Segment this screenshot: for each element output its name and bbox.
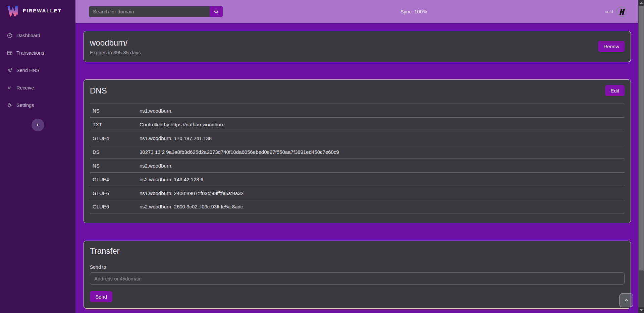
dns-record-type: GLUE6 [93,204,140,209]
receive-arrow-icon [7,85,13,91]
dns-title: DNS [90,86,107,96]
transfer-title: Transfer [90,246,119,256]
dns-record-row: GLUE4 ns1.woodburn. 170.187.241.138 [90,131,625,145]
domain-name: woodburn/ [90,38,141,48]
transfer-form: Send to Send [84,264,631,308]
sidebar-nav: Dashboard Transactions Send HNS Rece [0,27,75,114]
dns-record-value: ns1.woodburn. 2400:8907::f03c:93ff:fe5a:… [140,190,244,196]
sidebar-item-label: Dashboard [16,33,40,38]
dns-record-type: NS [93,108,140,114]
brand-name: FIREWALLET [23,8,62,13]
search-input[interactable] [89,6,210,17]
sidebar-item-send-hns[interactable]: Send HNS [0,62,75,79]
dns-record-type: GLUE4 [93,135,140,141]
wallet-selector[interactable]: cold [605,6,627,17]
chevron-left-icon [35,122,41,128]
dashboard-icon [7,33,13,39]
transfer-address-input[interactable] [90,272,625,285]
dns-record-type: GLUE4 [93,177,140,182]
dns-record-type: GLUE6 [93,190,140,196]
send-icon [7,67,13,73]
wallet-name: cold [605,9,613,14]
renew-button[interactable]: Renew [598,41,625,52]
send-to-label: Send to [90,264,625,270]
sidebar: FIREWALLET Dashboard Transactions [0,0,75,313]
dns-record-value: ns2.woodburn. 143.42.128.6 [140,177,203,182]
sidebar-item-label: Transactions [16,50,44,56]
dns-card: DNS Edit NS ns1.woodburn. TXT Controlled… [84,79,631,223]
sidebar-item-label: Send HNS [16,68,40,73]
sidebar-item-transactions[interactable]: Transactions [0,44,75,62]
dns-record-value: ns1.woodburn. [140,108,172,114]
edit-dns-button[interactable]: Edit [605,85,625,96]
transfer-card: Transfer Send to Send [84,241,631,309]
search-icon [214,9,219,14]
transactions-icon [7,50,13,56]
search-button[interactable] [210,6,223,17]
dns-record-value: 30273 13 2 9a3a8fb3d625d2a2073d740f10da6… [140,149,339,155]
dns-record-type: TXT [93,122,140,127]
dns-record-row: GLUE4 ns2.woodburn. 143.42.128.6 [90,172,625,186]
dns-record-row: NS ns1.woodburn. [90,104,625,117]
dns-records-table: NS ns1.woodburn. TXT Controlled by https… [84,104,631,213]
vertical-scrollbar [638,0,644,313]
dns-record-value: ns2.woodburn. [140,163,172,169]
sidebar-item-label: Receive [16,85,34,90]
dns-record-row: GLUE6 ns1.woodburn. 2400:8907::f03c:93ff… [90,186,625,200]
dns-record-value: Controlled by https://nathan.woodburn [140,122,225,127]
sidebar-item-receive[interactable]: Receive [0,79,75,97]
dns-record-type: NS [93,163,140,169]
firewallet-logo-icon [7,4,19,16]
brand-logo: FIREWALLET [0,0,75,21]
main-column: Sync: 100% cold [75,0,638,313]
scrollbar-up-arrow-icon[interactable] [638,0,644,6]
gear-icon [7,102,13,108]
topbar: Sync: 100% cold [75,0,638,24]
dns-record-row: NS ns2.woodburn. [90,159,625,172]
domain-search [89,6,223,17]
dns-record-row: DS 30273 13 2 9a3a8fb3d625d2a2073d740f10… [90,145,625,159]
chevron-up-icon [623,297,629,303]
domain-expiry: Expires in 395.35 days [90,50,141,55]
sidebar-item-label: Settings [16,103,34,108]
sync-status: Sync: 100% [400,9,427,14]
app-window: FIREWALLET Dashboard Transactions [0,0,644,313]
send-transfer-button[interactable]: Send [90,291,112,302]
dns-record-value: ns2.woodburn. 2600:3c02::f03c:93ff:fe5a:… [140,204,243,209]
scrollbar-thumb[interactable] [639,6,644,270]
dns-card-header: DNS Edit [84,80,631,96]
sidebar-collapse-button[interactable] [32,119,44,131]
domain-header-text: woodburn/ Expires in 395.35 days [90,38,141,55]
handshake-logo-icon [616,6,627,17]
dns-record-row: GLUE6 ns2.woodburn. 2600:3c02::f03c:93ff… [90,200,625,213]
dns-record-type: DS [93,149,140,155]
sidebar-item-dashboard[interactable]: Dashboard [0,27,75,44]
scroll-to-top-button[interactable] [619,293,633,307]
scrollbar-down-arrow-icon[interactable] [638,307,644,313]
domain-header-card: woodburn/ Expires in 395.35 days Renew [84,31,631,62]
transfer-card-header: Transfer [84,241,631,256]
dns-record-row: TXT Controlled by https://nathan.woodbur… [90,117,625,131]
page-content: woodburn/ Expires in 395.35 days Renew D… [75,24,638,313]
dns-record-value: ns1.woodburn. 170.187.241.138 [140,135,212,141]
sidebar-item-settings[interactable]: Settings [0,97,75,114]
